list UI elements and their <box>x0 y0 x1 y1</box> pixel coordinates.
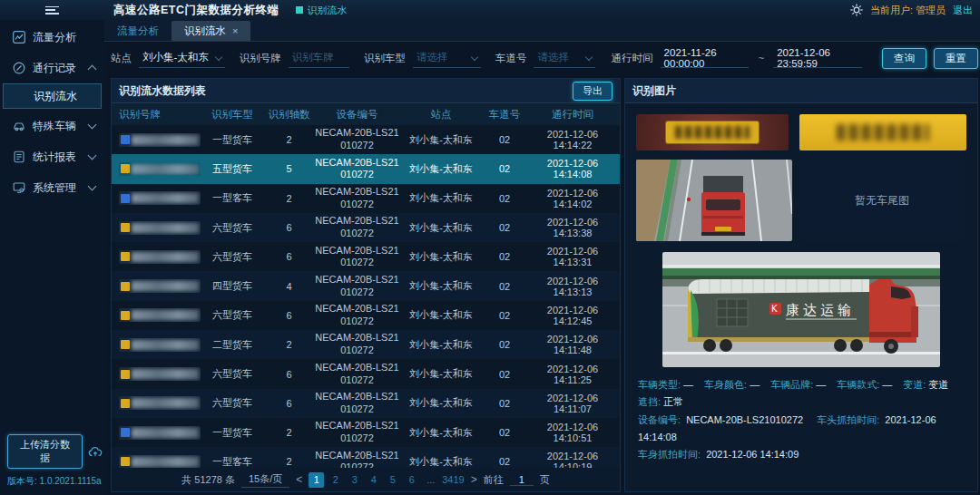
export-button[interactable]: 导出 <box>573 82 612 101</box>
cell-lane: 02 <box>482 427 527 438</box>
plate-color-tag <box>121 340 130 349</box>
goto-page-input[interactable]: 1 <box>510 474 534 486</box>
table-row[interactable]: 一型货车 2 NECAM-20B-LS21010272 刘小集-太和东 02 2… <box>112 125 620 154</box>
cell-time: 2021-12-06 14:10:19 <box>527 451 618 468</box>
table-row[interactable]: 六型货车 6 NECAM-20B-LS21010272 刘小集-太和东 02 2… <box>112 301 620 330</box>
plate-color-tag <box>121 164 130 173</box>
plate-color-tag <box>121 252 130 261</box>
cell-time: 2021-12-06 14:11:07 <box>527 393 618 414</box>
table-row[interactable]: 六型货车 6 NECAM-20B-LS21010272 刘小集-太和东 02 2… <box>112 389 620 418</box>
time-start-input[interactable]: 2021-11-26 00:00:00 <box>661 48 750 68</box>
col-device: 设备编号 <box>314 108 400 121</box>
cell-site: 刘小集-太和东 <box>400 221 482 235</box>
page-size-select[interactable]: 15条/页 <box>241 471 289 488</box>
license-plate-blurred <box>119 250 201 264</box>
plate-blur <box>132 340 199 350</box>
menu-collapse-icon[interactable] <box>45 6 59 15</box>
cell-time: 2021-12-06 14:13:31 <box>527 246 618 267</box>
cell-time: 2021-12-06 14:10:51 <box>527 422 618 443</box>
table-row[interactable]: 六型货车 6 NECAM-20B-LS21010272 刘小集-太和东 02 2… <box>112 242 620 271</box>
license-plate-blurred <box>119 191 201 205</box>
time-end-input[interactable]: 2021-12-06 23:59:59 <box>773 48 862 68</box>
cell-vehicle-type: 六型货车 <box>201 396 264 410</box>
total-count: 共 51278 条 <box>181 473 235 487</box>
plate-input[interactable]: 识别车牌 <box>289 48 349 68</box>
cell-device: NECAM-20B-LS21010272 <box>314 186 400 211</box>
site-select[interactable]: 刘小集-太和东 <box>139 48 225 68</box>
table-row[interactable]: 六型货车 6 NECAM-20B-LS21010272 刘小集-太和东 02 2… <box>112 359 620 388</box>
lane-select[interactable]: 请选择 <box>534 48 594 68</box>
sidebar-item-special-vehicles[interactable]: 特殊车辆 <box>0 112 104 140</box>
page-number[interactable]: 3 <box>347 472 362 488</box>
chevron-down-icon <box>88 121 97 130</box>
table-row[interactable]: 一型客车 2 NECAM-20B-LS21010272 刘小集-太和东 02 2… <box>112 447 620 468</box>
page-number[interactable]: 6 <box>404 472 419 488</box>
plate-color-tag <box>121 194 130 203</box>
sidebar-item-traffic-analysis[interactable]: 流量分析 <box>0 24 104 51</box>
table-row[interactable]: 五型货车 5 NECAM-20B-LS21010272 刘小集-太和东 02 2… <box>112 154 620 183</box>
recognition-flow-list-panel: 识别流水数据列表 导出 识别号牌 识别车型 识别轴数 设备编号 站点 车道号 通… <box>111 78 621 492</box>
settings-gear-icon[interactable] <box>850 4 863 16</box>
page-number[interactable]: ... <box>423 472 438 488</box>
cell-time: 2021-12-06 14:14:02 <box>527 188 618 209</box>
license-plate-blurred <box>119 308 201 322</box>
table-row[interactable]: 四型货车 4 NECAM-20B-LS21010272 刘小集-太和东 02 2… <box>112 271 620 300</box>
page-number[interactable]: 3419 <box>442 472 464 488</box>
cell-lane: 02 <box>482 398 527 409</box>
plate-blur <box>132 223 199 233</box>
table-row[interactable]: 二型货车 2 NECAM-20B-LS21010272 刘小集-太和东 02 2… <box>112 330 620 359</box>
cell-axles: 4 <box>264 281 314 292</box>
query-button[interactable]: 查询 <box>882 48 926 69</box>
vehicle-side-capture-image[interactable]: K 康达运输 <box>662 252 940 367</box>
cell-lane: 02 <box>482 193 527 204</box>
cell-axles: 6 <box>264 222 314 233</box>
license-plate-blurred <box>119 396 201 410</box>
plate-blur <box>132 281 199 291</box>
plate-photo-image[interactable] <box>636 114 789 150</box>
table-row[interactable]: 一型客车 2 NECAM-20B-LS21010272 刘小集-太和东 02 2… <box>112 184 620 213</box>
page-number[interactable]: 4 <box>366 472 381 488</box>
chevron-down-icon <box>584 53 592 60</box>
cell-time: 2021-12-06 14:14:22 <box>527 129 618 150</box>
cell-device: NECAM-20B-LS21010272 <box>314 420 400 445</box>
cell-site: 刘小集-太和东 <box>400 455 482 468</box>
vehicle-attrs-line: 车辆类型:—车身颜色:—车辆品牌:—车辆款式:—变道:变道遮挡:正常 <box>638 376 965 412</box>
sidebar-item-statistics-reports[interactable]: 统计报表 <box>0 143 104 170</box>
table-row[interactable]: 六型货车 6 NECAM-20B-LS21010272 刘小集-太和东 02 2… <box>112 213 620 242</box>
sidebar-item-pass-records[interactable]: 通行记录 <box>0 54 104 82</box>
plate-blur <box>132 457 199 467</box>
cell-site: 刘小集-太和东 <box>400 367 482 381</box>
tab-close-icon[interactable]: × <box>232 25 238 36</box>
plate-crop-image[interactable] <box>799 114 966 150</box>
cell-lane: 02 <box>482 339 527 350</box>
vehicle-type-select[interactable]: 请选择 <box>413 48 481 68</box>
cell-device: NECAM-20B-LS21010272 <box>314 215 400 240</box>
cell-time: 2021-12-06 14:14:08 <box>527 158 618 180</box>
upload-clearing-data-button[interactable]: 上传清分数据 <box>7 434 83 469</box>
vehicle-front-capture-image[interactable] <box>636 160 792 241</box>
cell-vehicle-type: 一型客车 <box>201 455 264 468</box>
reset-button[interactable]: 重置 <box>934 48 978 69</box>
tab-recognition-flow[interactable]: 识别流水 × <box>172 21 250 41</box>
body-capture-line: 车身抓拍时间: 2021-12-06 14:14:09 <box>638 446 965 463</box>
cell-lane: 02 <box>482 163 527 174</box>
page-number[interactable]: 1 <box>309 472 324 488</box>
logout-link[interactable]: 退出 <box>953 4 973 17</box>
table-row[interactable]: 一型货车 2 NECAM-20B-LS21010272 刘小集-太和东 02 2… <box>112 418 620 447</box>
cell-device: NECAM-20B-LS21010272 <box>314 332 400 357</box>
cell-vehicle-type: 六型货车 <box>201 250 264 264</box>
page-number[interactable]: 5 <box>385 472 400 488</box>
cell-time: 2021-12-06 14:13:38 <box>527 217 618 238</box>
cell-vehicle-type: 六型货车 <box>201 221 264 235</box>
page-number[interactable]: 2 <box>328 472 343 488</box>
plate-blur <box>132 398 199 408</box>
prev-page-icon[interactable]: < <box>296 473 302 486</box>
sidebar-item-system-management[interactable]: 系统管理 <box>0 174 104 201</box>
no-rear-image-placeholder: 暂无车尾图 <box>798 160 966 241</box>
cloud-upload-icon[interactable] <box>88 444 104 459</box>
next-page-icon[interactable]: > <box>471 473 477 486</box>
col-lane: 车道号 <box>482 108 527 121</box>
cell-site: 刘小集-太和东 <box>400 338 482 352</box>
sidebar-subitem-recognition-flow[interactable]: 识别流水 <box>3 83 102 109</box>
tab-traffic-analysis[interactable]: 流量分析 <box>104 21 172 41</box>
